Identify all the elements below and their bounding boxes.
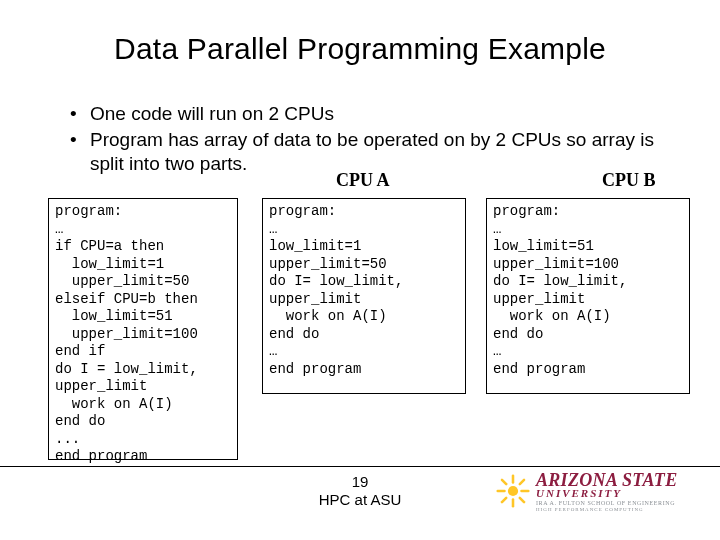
sunburst-icon	[496, 474, 530, 508]
svg-line-7	[502, 498, 506, 502]
slide-title: Data Parallel Programming Example	[0, 32, 720, 66]
svg-point-0	[508, 486, 518, 496]
bullet-item: Program has array of data to be operated…	[66, 128, 666, 176]
bullet-list: One code will run on 2 CPUs Program has …	[66, 102, 666, 177]
cpu-a-label: CPU A	[336, 170, 390, 191]
logo-tagline-2: HIGH PERFORMANCE COMPUTING	[536, 507, 644, 512]
svg-line-5	[502, 480, 506, 484]
bullet-item: One code will run on 2 CPUs	[66, 102, 666, 126]
logo-tagline-1: IRA A. FULTON SCHOOL OF ENGINEERING	[536, 500, 675, 506]
svg-line-8	[520, 480, 524, 484]
cpu-b-label: CPU B	[602, 170, 656, 191]
svg-line-6	[520, 498, 524, 502]
code-box-cpu-a: program: … low_limit=1 upper_limit=50 do…	[262, 198, 466, 394]
code-box-cpu-b: program: … low_limit=51 upper_limit=100 …	[486, 198, 690, 394]
asu-logo: ARIZONA STATE UNIVERSITY IRA A. FULTON S…	[496, 470, 690, 512]
footer-divider	[0, 466, 720, 467]
slide: Data Parallel Programming Example One co…	[0, 0, 720, 540]
logo-text-line2: UNIVERSITY	[536, 487, 622, 499]
code-box-main: program: … if CPU=a then low_limit=1 upp…	[48, 198, 238, 460]
